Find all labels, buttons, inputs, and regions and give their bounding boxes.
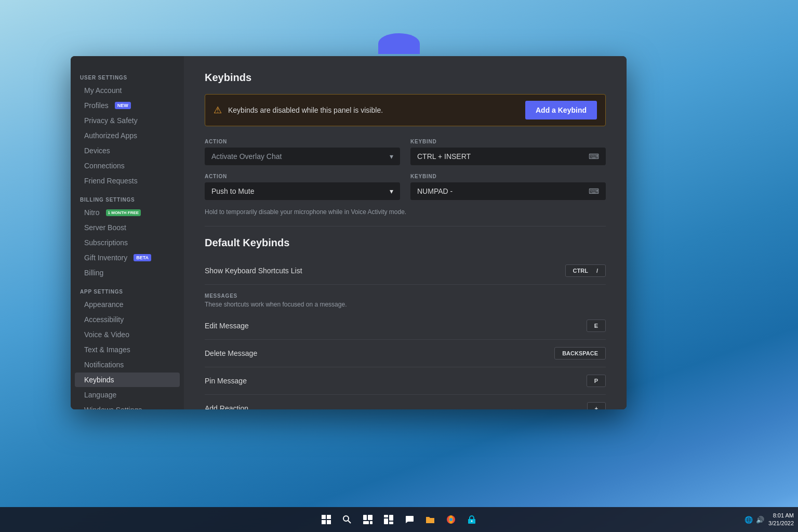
keybind-name-shortcuts: Show Keyboard Shortcuts List <box>205 267 302 275</box>
keybind-key-shortcuts: CTRL / <box>565 264 606 277</box>
keybind-entry-delete-message: Delete Message BACKSPACE <box>205 340 606 367</box>
warning-banner: ⚠ Keybinds are disabled while this panel… <box>205 94 606 126</box>
keybind-input-1[interactable]: CTRL + INSERT ⌨ <box>410 148 606 165</box>
svg-rect-2 <box>322 520 326 524</box>
svg-point-18 <box>471 521 473 522</box>
sidebar: USER SETTINGS My Account Profiles NEW Pr… <box>71 56 184 409</box>
avatar-circle <box>378 33 420 54</box>
sidebar-item-privacy-safety[interactable]: Privacy & Safety <box>75 113 180 128</box>
taskbar-search-icon[interactable] <box>338 510 356 529</box>
keybind-input-2[interactable]: NUMPAD - ⌨ <box>410 182 606 200</box>
keybind-label-1: KEYBIND <box>410 139 606 144</box>
keybind-row-1: ACTION Activate Overlay Chat ▾ KEYBIND C… <box>205 139 606 165</box>
svg-point-16 <box>449 518 453 521</box>
sidebar-item-devices[interactable]: Devices <box>75 143 180 158</box>
taskbar-chat-icon[interactable] <box>400 510 419 529</box>
svg-rect-11 <box>384 518 388 524</box>
sidebar-item-friend-requests[interactable]: Friend Requests <box>75 174 180 188</box>
sidebar-item-language[interactable]: Language <box>75 388 180 402</box>
gift-inventory-beta-badge: BETA <box>134 254 151 261</box>
keybind-entry-shortcuts: Show Keyboard Shortcuts List CTRL / <box>205 257 606 285</box>
settings-window: × ESC USER SETTINGS My Account Profiles … <box>71 56 627 409</box>
keybind-key-edit: E <box>587 320 606 332</box>
sidebar-item-subscriptions[interactable]: Subscriptions <box>75 235 180 250</box>
keybind-col-2: KEYBIND NUMPAD - ⌨ <box>410 174 606 200</box>
keybind-label-2: KEYBIND <box>410 174 606 179</box>
sidebar-section-app-settings: APP SETTINGS <box>71 281 184 297</box>
svg-rect-7 <box>368 515 373 520</box>
add-keybind-button[interactable]: Add a Keybind <box>525 101 597 119</box>
keybind-name-delete: Delete Message <box>205 349 257 357</box>
sidebar-item-windows-settings[interactable]: Windows Settings <box>75 403 180 409</box>
keybind-name-edit: Edit Message <box>205 322 249 330</box>
chevron-down-icon-1: ▾ <box>390 152 393 161</box>
action-select-1[interactable]: Activate Overlay Chat ▾ <box>205 148 400 165</box>
taskbar-date: 3/21/2022 <box>768 520 794 527</box>
messages-subsection-title: MESSAGES <box>205 293 606 299</box>
svg-rect-1 <box>327 515 331 519</box>
svg-rect-10 <box>384 515 388 517</box>
taskbar-clock: 8:01 AM 3/21/2022 <box>768 512 794 528</box>
sidebar-item-billing[interactable]: Billing <box>75 265 180 280</box>
sidebar-item-voice-video[interactable]: Voice & Video <box>75 327 180 342</box>
action-label-1: ACTION <box>205 139 400 144</box>
taskbar-file-explorer-icon[interactable] <box>421 510 440 529</box>
sidebar-section-user-settings: USER SETTINGS <box>71 66 184 83</box>
action-select-2[interactable]: Push to Mute ▾ <box>205 182 400 200</box>
nitro-free-badge: 1 MONTH FREE <box>106 209 141 216</box>
svg-point-4 <box>343 516 349 521</box>
taskbar-systray: 🌐 🔊 <box>744 516 764 524</box>
keybind-key-reaction: + <box>587 402 606 409</box>
page-title: Keybinds <box>205 72 606 84</box>
taskbar-time: 8:01 AM <box>768 512 794 520</box>
divider-1 <box>205 226 606 227</box>
taskbar-browser-icon[interactable] <box>442 510 460 529</box>
network-icon: 🌐 <box>744 516 753 524</box>
chevron-down-icon-2: ▾ <box>390 187 393 195</box>
svg-rect-0 <box>322 515 326 519</box>
sidebar-item-connections[interactable]: Connections <box>75 158 180 173</box>
action-col-2: ACTION Push to Mute ▾ <box>205 174 400 200</box>
sidebar-item-appearance[interactable]: Appearance <box>75 297 180 312</box>
sidebar-item-authorized-apps[interactable]: Authorized Apps <box>75 128 180 143</box>
svg-line-5 <box>348 521 351 523</box>
keybind-entry-add-reaction: Add Reaction + <box>205 395 606 409</box>
sidebar-item-server-boost[interactable]: Server Boost <box>75 220 180 235</box>
keybind-entry-edit-message: Edit Message E <box>205 312 606 340</box>
keybind-name-reaction: Add Reaction <box>205 404 248 409</box>
svg-rect-3 <box>327 520 331 524</box>
default-keybinds-title: Default Keybinds <box>205 237 606 249</box>
svg-rect-6 <box>363 515 367 520</box>
volume-icon: 🔊 <box>756 516 764 524</box>
sidebar-item-keybinds[interactable]: Keybinds <box>75 373 180 387</box>
sidebar-item-profiles[interactable]: Profiles NEW <box>75 98 180 113</box>
keybind-entry-pin-message: Pin Message P <box>205 367 606 395</box>
sidebar-section-billing-settings: BILLING SETTINGS <box>71 189 184 205</box>
svg-rect-9 <box>370 521 373 524</box>
taskbar-right: 🌐 🔊 8:01 AM 3/21/2022 <box>744 512 794 528</box>
taskbar: 🌐 🔊 8:01 AM 3/21/2022 <box>0 507 798 532</box>
profiles-new-badge: NEW <box>115 102 131 109</box>
taskbar-store-icon[interactable] <box>462 510 481 529</box>
keybind-edit-icon-2[interactable]: ⌨ <box>589 187 599 195</box>
svg-rect-12 <box>389 515 393 521</box>
svg-rect-13 <box>389 522 393 524</box>
sidebar-item-text-images[interactable]: Text & Images <box>75 342 180 357</box>
keybind-name-pin: Pin Message <box>205 377 247 385</box>
main-content: Keybinds ⚠ Keybinds are disabled while t… <box>184 56 627 409</box>
taskbar-windows-icon[interactable] <box>317 510 336 529</box>
sidebar-item-accessibility[interactable]: Accessibility <box>75 312 180 327</box>
warning-icon: ⚠ <box>214 104 222 116</box>
keybind-key-delete: BACKSPACE <box>554 347 606 360</box>
keybind-row-2: ACTION Push to Mute ▾ KEYBIND NUMPAD - ⌨ <box>205 174 606 200</box>
taskbar-widgets-icon[interactable] <box>379 510 398 529</box>
action-col-1: ACTION Activate Overlay Chat ▾ <box>205 139 400 165</box>
taskbar-center <box>317 510 481 529</box>
sidebar-item-gift-inventory[interactable]: Gift Inventory BETA <box>75 250 180 265</box>
sidebar-item-notifications[interactable]: Notifications <box>75 357 180 372</box>
taskbar-task-view-icon[interactable] <box>358 510 377 529</box>
sidebar-item-my-account[interactable]: My Account <box>75 83 180 98</box>
keybind-edit-icon-1[interactable]: ⌨ <box>589 152 599 161</box>
action-label-2: ACTION <box>205 174 400 179</box>
sidebar-item-nitro[interactable]: Nitro 1 MONTH FREE <box>75 205 180 220</box>
